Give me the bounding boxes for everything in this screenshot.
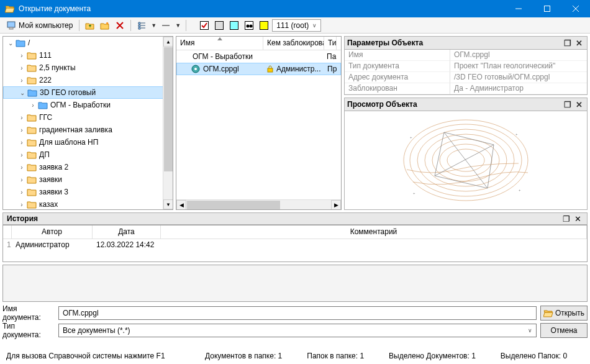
expand-icon[interactable]: › <box>29 102 37 109</box>
history-row[interactable]: 1 Администратор 12.03.2022 14:42 <box>3 239 587 252</box>
property-row: ЗаблокированДа - Администратор <box>345 83 587 94</box>
tree-item[interactable]: ›Для шаблона НП <box>3 136 173 148</box>
open-form: Имя документа: Открыть Тип документа: Вс… <box>2 306 588 338</box>
expand-icon[interactable]: ⌄ <box>19 89 26 96</box>
expand-icon[interactable]: › <box>18 164 25 171</box>
expand-icon[interactable]: › <box>18 65 25 71</box>
folder-icon <box>27 200 37 209</box>
preview-undock-button[interactable]: ❐ <box>562 99 573 109</box>
expand-icon[interactable]: › <box>18 52 25 59</box>
minimize-button[interactable] <box>504 0 533 17</box>
open-folder-icon <box>543 309 553 317</box>
folder-icon <box>27 88 37 97</box>
titlebar: Открытие документа <box>0 0 590 17</box>
expand-icon[interactable]: › <box>18 189 25 196</box>
hist-col-num[interactable] <box>3 225 12 239</box>
document-icon <box>191 65 201 73</box>
col-type[interactable]: Ти <box>324 37 337 50</box>
main-area: ⌄ / ›111›2,5 пункты›222⌄3D ГЕО готовый›О… <box>0 34 590 210</box>
status-folders: Папок в папке: 1 <box>307 352 364 362</box>
close-button[interactable] <box>561 0 590 17</box>
expand-icon[interactable]: › <box>18 176 25 183</box>
expand-icon[interactable]: › <box>18 114 25 121</box>
list-item[interactable]: ОГМ.cppglАдминистр...Пр <box>176 63 341 75</box>
history-grid[interactable]: Автор Дата Комментарий 1 Администратор 1… <box>2 225 588 262</box>
property-row: Адрес документа/3D ГЕО готовый/ОГМ.cppgl <box>345 72 587 83</box>
tree-item[interactable]: ⌄3D ГЕО готовый <box>3 86 173 99</box>
tree-item[interactable]: ›ГГС <box>3 111 173 124</box>
my-computer-button[interactable]: Мой компьютер <box>4 21 75 30</box>
tree-item[interactable]: ›заявка 2 <box>3 161 173 173</box>
folder-icon <box>38 101 48 109</box>
tree-item[interactable]: ›заявки 3 <box>3 186 173 198</box>
status-docs: Документов в папке: 1 <box>205 352 282 362</box>
status-sel-docs: Выделено Документов: 1 <box>389 352 476 362</box>
grey-box-tool[interactable] <box>212 19 226 32</box>
preview-title: Просмотр Объекта <box>347 100 562 109</box>
tree-item[interactable]: ›ОГМ - Выработки <box>3 99 173 111</box>
svg-rect-1 <box>7 22 15 27</box>
status-help: Для вызова Справочной системы нажмите F1 <box>6 352 180 362</box>
folder-icon <box>27 188 37 196</box>
col-locked[interactable]: Кем заблокирова <box>263 37 324 50</box>
preview-thumbnail: ++ ++ <box>394 114 537 207</box>
col-name[interactable]: Имя <box>176 37 263 50</box>
history-undock-button[interactable]: ❐ <box>561 214 572 224</box>
extra-tool-1[interactable] <box>159 19 173 32</box>
tree-item[interactable]: ›ДП <box>3 148 173 161</box>
property-row: Тип документаПроект "План геологический" <box>345 61 587 72</box>
hist-col-date[interactable]: Дата <box>93 225 161 239</box>
folder-icon <box>27 175 37 184</box>
maximize-button[interactable] <box>533 0 561 17</box>
collapse-icon[interactable]: ⌄ <box>7 40 14 47</box>
tree-item[interactable]: ›градиентная заливка <box>3 124 173 136</box>
expand-icon[interactable]: › <box>18 127 25 134</box>
open-button[interactable]: Открыть <box>540 306 588 321</box>
computer-icon <box>6 21 16 30</box>
open-folder-icon <box>5 4 15 13</box>
binoculars-tool[interactable] <box>242 19 256 32</box>
view-dropdown[interactable]: ▼ <box>150 22 158 29</box>
preview-close-button[interactable]: ✕ <box>573 99 584 109</box>
expand-icon[interactable]: › <box>18 77 25 84</box>
tree-root[interactable]: ⌄ / <box>3 37 173 49</box>
svg-point-5 <box>250 24 253 27</box>
expand-icon[interactable]: › <box>18 201 25 208</box>
delete-button[interactable] <box>113 19 127 32</box>
folder-up-button[interactable] <box>83 19 97 32</box>
name-label: Имя документа: <box>2 304 55 322</box>
view-mode-button[interactable] <box>135 19 148 32</box>
params-undock-button[interactable]: ❐ <box>562 38 573 48</box>
hist-col-comment[interactable]: Комментарий <box>161 225 587 239</box>
tree-item[interactable]: ›222 <box>3 74 173 86</box>
history-close-button[interactable]: ✕ <box>572 214 583 224</box>
params-close-button[interactable]: ✕ <box>573 38 584 48</box>
main-toolbar: Мой компьютер ▼ ▼ 111 (root)∨ <box>0 17 590 34</box>
folder-icon <box>27 51 37 60</box>
tree-scrollbar[interactable]: ▲ ▼ <box>163 37 173 209</box>
tree-item[interactable]: ›казах <box>3 198 173 210</box>
tree-item[interactable]: ›заявки <box>3 173 173 186</box>
folder-icon <box>27 63 37 72</box>
svg-rect-8 <box>268 68 273 72</box>
file-list[interactable]: Имя Кем заблокирова Ти ОГМ - ВыработкиПа… <box>176 36 342 210</box>
tree-item[interactable]: ›2,5 пункты <box>3 61 173 74</box>
extra-dropdown[interactable]: ▼ <box>174 22 182 29</box>
list-hscroll[interactable]: ◀▶ <box>176 199 341 209</box>
hist-col-author[interactable]: Автор <box>12 225 93 239</box>
document-name-input[interactable] <box>58 306 537 320</box>
list-item[interactable]: ОГМ - ВыработкиПа <box>176 50 341 63</box>
cyan-box-tool[interactable] <box>227 19 241 32</box>
expand-icon[interactable]: › <box>18 152 25 158</box>
check-tool[interactable] <box>197 19 211 32</box>
document-type-select[interactable]: Все документы (*.*) ∨ <box>58 324 537 337</box>
root-combo[interactable]: 111 (root)∨ <box>272 19 321 32</box>
cancel-button[interactable]: Отмена <box>540 323 588 338</box>
yellow-box-tool[interactable] <box>257 19 271 32</box>
tree-item[interactable]: ›111 <box>3 49 173 61</box>
svg-point-7 <box>194 68 197 70</box>
expand-icon[interactable]: › <box>18 139 25 146</box>
folder-tree[interactable]: ⌄ / ›111›2,5 пункты›222⌄3D ГЕО готовый›О… <box>2 36 173 210</box>
svg-text:+: + <box>515 132 518 136</box>
new-folder-button[interactable] <box>98 19 112 32</box>
